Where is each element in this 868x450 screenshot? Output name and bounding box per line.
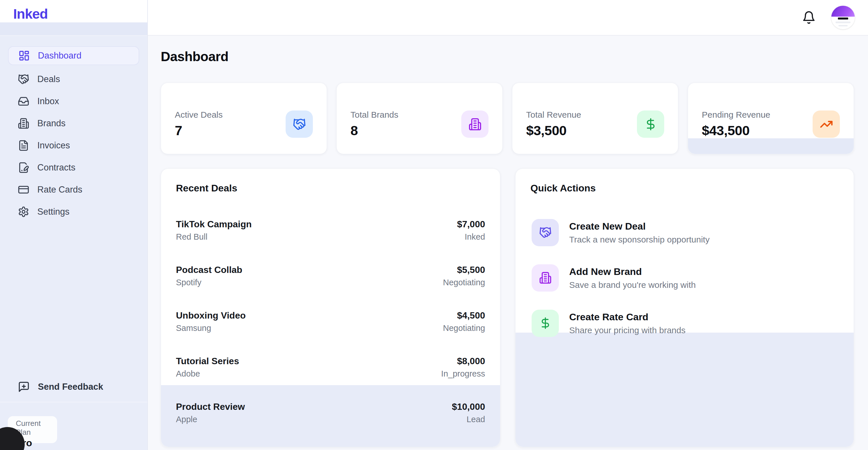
deal-row-podcast-collab[interactable]: Podcast Collab Spotify $5,500 Negotiatin… [161, 253, 500, 299]
deal-brand: Adobe [176, 369, 239, 379]
quick-actions-title: Quick Actions [516, 169, 854, 194]
deal-row-tutorial-series[interactable]: Tutorial Series Adobe $8,000 In_progress [161, 344, 500, 390]
top-bar [148, 0, 868, 36]
qa-icon-chip [532, 219, 559, 246]
deal-left: Podcast Collab Spotify [176, 265, 242, 287]
sidebar-item-label: Invoices [37, 140, 70, 151]
handshake-icon [18, 73, 29, 85]
building-icon [539, 271, 552, 284]
stat-icon-chip [461, 110, 489, 138]
deal-brand: Spotify [176, 278, 242, 287]
deal-name: Product Review [176, 401, 245, 412]
sidebar-item-rate-cards[interactable]: Rate Cards [0, 179, 147, 201]
file-pen-icon [18, 162, 29, 173]
qa-subtitle: Save a brand you're working with [569, 280, 696, 290]
handshake-icon [539, 226, 552, 239]
bell-icon[interactable] [802, 11, 816, 24]
qa-text: Create Rate Card Share your pricing with… [569, 311, 685, 335]
deal-right: $4,500 Negotiating [443, 310, 485, 333]
deal-right: $5,500 Negotiating [443, 265, 485, 287]
stat-text: Pending Revenue $43,500 [702, 110, 770, 138]
qa-subtitle: Track a new sponsorship opportunity [569, 235, 710, 245]
sidebar-item-contracts[interactable]: Contracts [0, 156, 147, 179]
deal-left: Unboxing Video Samsung [176, 310, 246, 333]
deal-amount: $8,000 [441, 356, 485, 366]
sidebar-divider [0, 402, 147, 403]
stat-icon-chip [637, 110, 664, 138]
deal-right: $10,000 Lead [452, 401, 485, 424]
deal-row-unboxing-video[interactable]: Unboxing Video Samsung $4,500 Negotiatin… [161, 299, 500, 344]
deal-status: In_progress [441, 369, 485, 379]
dollar-icon [539, 317, 552, 329]
app-logo: Inked [13, 6, 48, 22]
quick-action-create-new-deal[interactable]: Create New Deal Track a new sponsorship … [516, 210, 854, 255]
qa-icon-chip [532, 264, 559, 292]
sidebar-item-brands[interactable]: Brands [0, 112, 147, 134]
send-feedback-button[interactable]: Send Feedback [0, 378, 147, 395]
qa-title: Create New Deal [569, 221, 710, 232]
deal-brand: Samsung [176, 323, 246, 333]
credit-card-icon [18, 184, 29, 195]
deal-amount: $5,500 [443, 265, 485, 275]
stat-label: Total Brands [350, 110, 398, 120]
sidebar-item-inbox[interactable]: Inbox [0, 90, 147, 112]
stat-icon-chip [286, 110, 313, 138]
logo-area: Inked [0, 0, 147, 22]
deal-amount: $10,000 [452, 401, 485, 412]
message-plus-icon [18, 381, 30, 393]
highlight-overlay [516, 333, 854, 447]
sidebar-nav: Dashboard Deals Inbox Brands Invoices [0, 36, 147, 223]
current-plan-label: Current Plan [16, 419, 57, 437]
quick-actions-list: Create New Deal Track a new sponsorship … [516, 210, 854, 346]
gear-icon [18, 206, 29, 218]
deal-amount: $4,500 [443, 310, 485, 321]
sidebar-item-label: Settings [37, 206, 69, 217]
sidebar-item-settings[interactable]: Settings [0, 201, 147, 223]
qa-title: Add New Brand [569, 266, 696, 277]
avatar[interactable] [831, 6, 855, 29]
deal-name: Unboxing Video [176, 310, 246, 321]
sidebar: Inked Dashboard Deals Inbox Brands [0, 0, 148, 450]
deal-name: Podcast Collab [176, 265, 242, 275]
dollar-icon [644, 118, 657, 131]
deal-right: $7,000 Inked [457, 219, 485, 242]
deal-amount: $7,000 [457, 219, 485, 230]
stat-value: $3,500 [526, 123, 581, 138]
stat-label: Pending Revenue [702, 110, 770, 120]
stat-text: Total Revenue $3,500 [526, 110, 581, 138]
deal-name: TikTok Campaign [176, 219, 252, 230]
deal-status: Lead [452, 415, 485, 424]
deal-status: Negotiating [443, 323, 485, 333]
building-icon [468, 118, 482, 131]
quick-action-add-new-brand[interactable]: Add New Brand Save a brand you're workin… [516, 255, 854, 300]
sidebar-item-deals[interactable]: Deals [0, 68, 147, 90]
sidebar-item-label: Brands [37, 118, 65, 129]
sidebar-item-label: Dashboard [38, 51, 82, 61]
stat-text: Total Brands 8 [350, 110, 398, 138]
sidebar-top-strip [0, 22, 147, 36]
stat-card-total-revenue: Total Revenue $3,500 [512, 83, 678, 154]
sidebar-item-dashboard[interactable]: Dashboard [8, 46, 139, 65]
deal-name: Tutorial Series [176, 356, 239, 366]
qa-icon-chip [532, 310, 559, 337]
deal-row-tiktok-campaign[interactable]: TikTok Campaign Red Bull $7,000 Inked [161, 207, 500, 253]
qa-text: Add New Brand Save a brand you're workin… [569, 266, 696, 290]
sidebar-item-label: Contracts [37, 162, 75, 173]
sidebar-item-label: Inbox [37, 96, 59, 106]
avatar-image-top [831, 6, 855, 17]
qa-title: Create Rate Card [569, 311, 685, 323]
handshake-icon [293, 118, 306, 131]
recent-deals-title: Recent Deals [161, 169, 500, 194]
sidebar-item-invoices[interactable]: Invoices [0, 134, 147, 156]
stat-value: $43,500 [702, 123, 770, 138]
quick-action-create-rate-card[interactable]: Create Rate Card Share your pricing with… [516, 300, 854, 346]
stat-card-total-brands: Total Brands 8 [336, 83, 503, 154]
page-title: Dashboard [161, 49, 854, 64]
deal-rows: TikTok Campaign Red Bull $7,000 Inked Po… [161, 207, 500, 436]
stat-value: 7 [175, 123, 223, 138]
panels-row: Recent Deals TikTok Campaign Red Bull $7… [161, 168, 854, 447]
stat-text: Active Deals 7 [175, 110, 223, 138]
stat-cards-row: Active Deals 7 Total Brands 8 [161, 83, 854, 154]
deal-row-product-review[interactable]: Product Review Apple $10,000 Lead [161, 390, 500, 436]
sidebar-item-label: Rate Cards [37, 185, 82, 195]
